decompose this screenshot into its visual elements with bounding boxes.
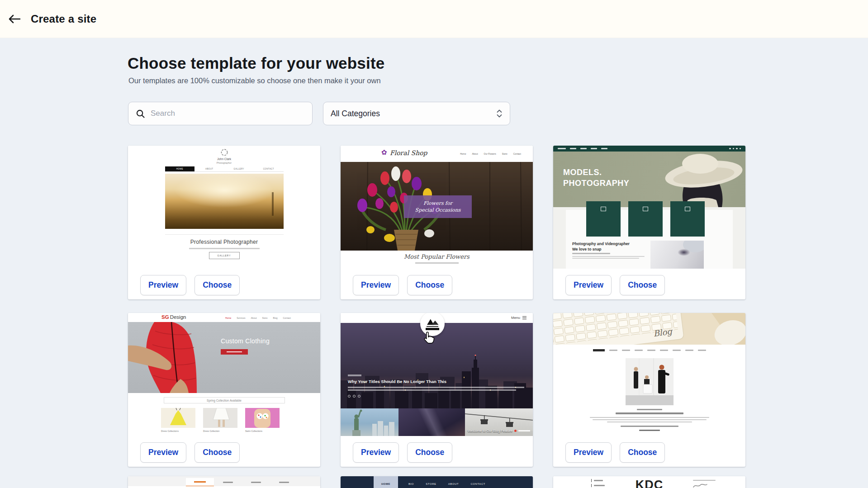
template-thumbnail-floral-shop[interactable]: Floral Shop Home About Our Flowers Store…	[341, 146, 533, 269]
mini-nav-item: STORE	[426, 483, 436, 485]
camera-icon	[685, 207, 690, 211]
topbar: Create a site	[0, 0, 868, 38]
feature-card	[586, 201, 621, 237]
text-line	[227, 351, 242, 353]
mini-nav-item: CONTACT	[470, 483, 485, 485]
text-line	[189, 248, 260, 249]
text-line	[685, 350, 693, 351]
mini-brand-name: Floral Shop	[390, 149, 427, 156]
image-icon	[643, 207, 648, 211]
brand-accent: SG	[161, 314, 169, 320]
choose-button[interactable]: Choose	[407, 442, 452, 463]
tulip-bouquet-photo: Flowers for Special Occasions	[341, 162, 533, 251]
mini-nav-item: Our Flowers	[484, 152, 496, 155]
template-card-floral-shop: Floral Shop Home About Our Flowers Store…	[341, 146, 533, 299]
mini-nav: Home About Our Flowers Store Contact	[460, 152, 521, 155]
mini-nav-item: Home	[225, 317, 231, 319]
template-card-models-photography: MODELS. PHOTOGRAPHY	[553, 146, 745, 299]
product-photo-yellow-dress	[161, 408, 195, 428]
sunset-field-photo	[165, 174, 284, 229]
card-actions: Preview Choose	[565, 275, 665, 295]
mini-cta-button	[221, 349, 248, 355]
preview-button[interactable]: Preview	[353, 275, 399, 295]
text-line	[647, 350, 655, 351]
template-card-travel-blog: Menu	[341, 313, 533, 467]
text-line	[558, 148, 566, 149]
mini-nav-item: CONTACT	[254, 166, 284, 171]
template-thumbnail-keyboard-blog[interactable]: Blog	[553, 313, 745, 436]
text-line	[591, 148, 597, 149]
text-line	[639, 430, 660, 431]
flower-icon	[381, 149, 387, 156]
mini-nav	[553, 349, 745, 351]
category-selected-value: All Categories	[331, 109, 380, 118]
choose-button[interactable]: Choose	[620, 275, 665, 295]
arrow-left-icon	[8, 14, 21, 24]
search-input[interactable]	[151, 109, 305, 118]
card-actions: Preview Choose	[140, 275, 240, 295]
choose-button[interactable]: Choose	[194, 275, 240, 295]
mini-site: John Clark Photographer HOME ABOUT GALLE…	[165, 146, 284, 269]
text-line	[607, 422, 692, 422]
mini-subheading: Photography and Videographer	[572, 242, 651, 246]
text-line	[348, 387, 524, 388]
mini-nav: HOME ABOUT GALLERY CONTACT	[165, 166, 284, 172]
text-line	[348, 389, 516, 391]
preview-button[interactable]: Preview	[565, 442, 612, 463]
mini-nav-item	[242, 478, 270, 486]
chevron-updown-icon	[496, 108, 503, 119]
choose-button[interactable]: Choose	[407, 275, 452, 295]
signature-squiggle-icon	[693, 483, 707, 488]
hero-overlay-line: Flowers for	[423, 200, 452, 207]
template-thumbnail-navy[interactable]: HOME BIO STORE ABOUT CONTACT	[341, 476, 533, 488]
hero-red-dress-photo: Custom Clothing	[128, 322, 320, 393]
template-thumbnail-photographer[interactable]: John Clark Photographer HOME ABOUT GALLE…	[128, 146, 320, 269]
template-thumbnail-kdc[interactable]: KDC	[553, 476, 745, 488]
feature-card	[628, 201, 663, 237]
text-line	[635, 350, 643, 351]
mini-menu: Menu	[511, 316, 526, 320]
text-line	[616, 412, 683, 414]
preview-button[interactable]: Preview	[565, 275, 612, 295]
mini-nav	[186, 478, 298, 486]
mini-nav-item: Contact	[283, 317, 291, 319]
preview-button[interactable]: Preview	[140, 275, 186, 295]
divider	[165, 234, 284, 235]
signature-block	[693, 480, 716, 488]
blog-thumbnails: Welcome to Our Blog Feature	[341, 408, 533, 436]
text-line	[593, 349, 605, 351]
choose-button[interactable]: Choose	[194, 442, 240, 463]
preview-button[interactable]: Preview	[140, 442, 186, 463]
mini-nav-item: Services	[237, 317, 245, 319]
template-thumbnail-models-photography[interactable]: MODELS. PHOTOGRAPHY	[553, 146, 745, 269]
section-heading: Choose template for your website	[128, 54, 384, 72]
template-thumbnail-travel-blog[interactable]: Menu	[341, 313, 533, 436]
text-line	[223, 482, 233, 483]
thumb-caption: Welcome to Our Blog Feature	[468, 429, 530, 433]
mini-heading: Professional Photographer	[165, 239, 284, 245]
text-line	[590, 417, 709, 418]
template-card-photographer: John Clark Photographer HOME ABOUT GALLE…	[128, 146, 320, 299]
choose-button[interactable]: Choose	[620, 442, 665, 463]
mini-heading-line: PHOTOGRAPHY	[563, 178, 629, 189]
text-line	[698, 350, 706, 351]
text-line	[594, 485, 605, 486]
category-select[interactable]: All Categories	[323, 102, 510, 125]
back-button[interactable]	[5, 9, 24, 29]
search-box[interactable]	[128, 102, 313, 125]
social-icons	[729, 148, 741, 150]
template-card-kdc: KDC	[553, 476, 745, 488]
hero-keyboard-photo: Blog	[553, 313, 745, 345]
product-caption: Dress Collections	[161, 430, 179, 432]
text-line	[518, 430, 530, 431]
text-line	[415, 262, 459, 264]
template-thumbnail-sg-design[interactable]: SGDesign Home Services About Store Blog …	[128, 313, 320, 436]
hero-city-skyline-photo: Why Your Titles Should Be No Longer Than…	[341, 323, 533, 408]
preview-button[interactable]: Preview	[353, 442, 399, 463]
app-window: Create a site Choose template for your w…	[0, 0, 868, 488]
product-photo-white-dress	[203, 408, 237, 428]
text-line	[572, 253, 610, 254]
template-thumbnail-tabs[interactable]	[128, 476, 320, 488]
mini-nav-item: Home	[460, 152, 466, 155]
template-card-sg-design: SGDesign Home Services About Store Blog …	[128, 313, 320, 467]
